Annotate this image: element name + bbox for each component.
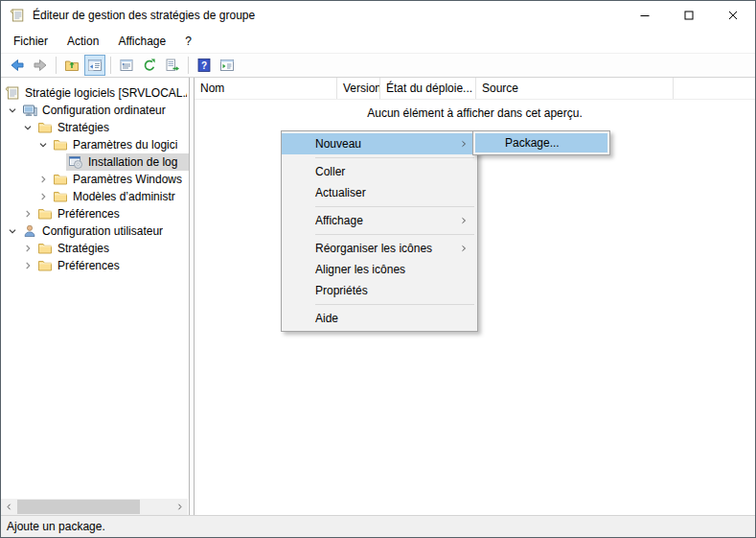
chevron-right-icon[interactable]: [20, 241, 35, 256]
properties-button[interactable]: [116, 55, 137, 76]
column-header-2[interactable]: État du déploie...: [380, 78, 476, 99]
context-menu-item-label: Aide: [315, 312, 338, 325]
console-tree-icon: [87, 58, 103, 73]
tree-item[interactable]: Paramètres du logici: [1, 136, 189, 153]
toolbar-separator: [56, 57, 57, 74]
chevron-down-icon[interactable]: [5, 223, 20, 239]
minimize-icon: [637, 8, 653, 23]
folder-icon: [37, 120, 53, 135]
context-menu-item[interactable]: Aide: [282, 308, 477, 329]
context-menu-item[interactable]: Coller: [282, 161, 477, 182]
console-tree-pane: Stratégie logiciels [SRVLOCAL.AConfigura…: [1, 78, 190, 515]
refresh-button[interactable]: [139, 55, 160, 76]
toolbar: ?: [1, 53, 755, 78]
chevron-right-icon[interactable]: [20, 258, 35, 273]
menubar-item-3[interactable]: ?: [175, 32, 201, 51]
chevron-right-icon[interactable]: [35, 172, 51, 187]
tree-item-label: Préférences: [57, 207, 120, 221]
scroll-thumb[interactable]: [17, 500, 140, 514]
context-menu-item[interactable]: Réorganiser les icônes: [282, 238, 477, 259]
tree-item[interactable]: Modèles d’administr: [1, 188, 189, 205]
tree-item-label: Stratégies: [57, 121, 109, 134]
forward-button[interactable]: [30, 55, 51, 76]
empty-list-message: Aucun élément à afficher dans cet aperçu…: [195, 106, 755, 120]
up-one-level-button[interactable]: [61, 55, 82, 76]
minimize-button[interactable]: [623, 1, 667, 30]
status-text: Ajoute un package.: [7, 520, 105, 533]
chevron-right-icon[interactable]: [20, 206, 35, 222]
chevron-down-icon[interactable]: [5, 103, 20, 118]
tree-item-label: Paramètres Windows: [73, 173, 182, 186]
back-arrow-icon: [10, 58, 25, 73]
refresh-icon: [142, 58, 157, 73]
export-list-button[interactable]: [162, 55, 183, 76]
menu-separator: [315, 206, 474, 207]
scroll-right-arrow[interactable]: [172, 499, 188, 515]
context-menu: NouveauCollerActualiserAffichageRéorgani…: [281, 130, 478, 332]
tree-horizontal-scrollbar[interactable]: [1, 499, 188, 515]
column-header-1[interactable]: Version: [337, 78, 380, 99]
tree-item[interactable]: Paramètres Windows: [1, 171, 189, 188]
tree-item-label: Modèles d’administr: [73, 190, 175, 203]
context-menu-item[interactable]: Affichage: [282, 210, 477, 231]
back-button[interactable]: [7, 55, 28, 76]
tree-item[interactable]: Stratégie logiciels [SRVLOCAL.A: [1, 84, 189, 102]
folder-icon: [37, 206, 53, 222]
context-menu-item-label: Affichage: [315, 214, 363, 227]
tree-item[interactable]: Configuration utilisateur: [1, 222, 189, 240]
context-menu-item-label: Coller: [315, 165, 345, 178]
toolbar-separator: [110, 57, 111, 74]
submenu-item-label: Package...: [505, 136, 560, 150]
context-menu-item-label: Aligner les icônes: [315, 263, 405, 276]
action-pane-button[interactable]: [217, 55, 238, 76]
submenu-arrow-icon: [458, 215, 470, 226]
chevron-right-icon[interactable]: [35, 189, 51, 204]
tree-item-label: Configuration utilisateur: [42, 224, 163, 238]
tree-item[interactable]: Stratégies: [1, 240, 189, 257]
tree-item[interactable]: Installation de log: [1, 153, 189, 171]
menu-separator: [315, 234, 474, 235]
action-pane-icon: [219, 58, 235, 73]
context-submenu: Package...: [472, 130, 610, 155]
folder-icon: [53, 137, 68, 152]
menubar-item-0[interactable]: Fichier: [4, 32, 57, 51]
show-console-tree-button[interactable]: [84, 55, 105, 76]
context-menu-item[interactable]: Propriétés: [282, 280, 477, 301]
tree-item-label: Paramètres du logici: [73, 138, 177, 152]
context-menu-item[interactable]: Aligner les icônes: [282, 259, 477, 280]
tree-item[interactable]: Préférences: [1, 257, 189, 274]
window-title: Éditeur de gestion des stratégies de gro…: [33, 9, 255, 22]
menubar-item-2[interactable]: Affichage: [108, 32, 175, 51]
column-header-3[interactable]: Source: [476, 78, 674, 99]
tree-item[interactable]: Configuration ordinateur: [1, 102, 189, 119]
computer-icon: [22, 103, 37, 118]
chevron-spacer: [51, 154, 66, 170]
context-menu-item[interactable]: Actualiser: [282, 182, 477, 203]
folder-icon: [53, 189, 68, 204]
menubar-item-1[interactable]: Action: [57, 32, 108, 51]
window-controls: [623, 1, 755, 30]
close-icon: [725, 8, 741, 23]
software-install-icon: [68, 154, 83, 170]
tree-item[interactable]: Stratégies: [1, 119, 189, 136]
scroll-left-arrow[interactable]: [1, 499, 17, 515]
console-tree: Stratégie logiciels [SRVLOCAL.AConfigura…: [1, 84, 189, 274]
forward-arrow-icon: [33, 58, 48, 73]
chevron-down-icon[interactable]: [35, 137, 51, 152]
context-menu-item-label: Actualiser: [315, 186, 366, 199]
context-menu-item[interactable]: Nouveau: [282, 133, 477, 154]
tree-item-label: Configuration ordinateur: [42, 104, 166, 117]
column-header-0[interactable]: Nom: [195, 78, 337, 99]
folder-up-icon: [64, 58, 80, 73]
gpo-scroll-icon: [5, 85, 20, 101]
maximize-button[interactable]: [667, 1, 711, 30]
chevron-down-icon[interactable]: [20, 120, 35, 135]
submenu-item[interactable]: Package...: [475, 133, 607, 152]
group-policy-editor-window: Éditeur de gestion des stratégies de gro…: [0, 0, 756, 538]
tree-item[interactable]: Préférences: [1, 205, 189, 222]
help-button[interactable]: ?: [194, 55, 215, 76]
context-menu-item-label: Nouveau: [315, 137, 361, 151]
close-button[interactable]: [711, 1, 755, 30]
help-icon: ?: [196, 58, 212, 73]
context-menu-item-label: Réorganiser les icônes: [315, 242, 432, 255]
